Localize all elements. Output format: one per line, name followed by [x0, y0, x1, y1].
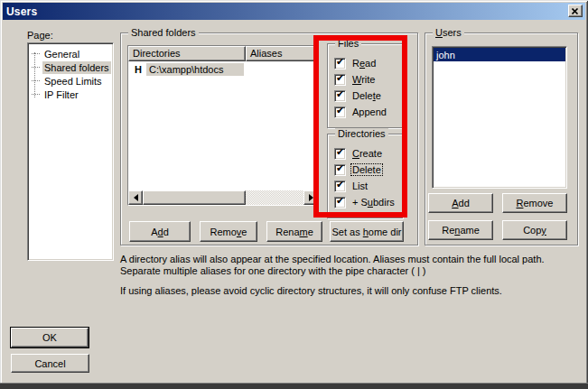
checkbox-label: Write — [351, 74, 376, 85]
window-title: Users — [3, 5, 37, 18]
button-label: Rename — [275, 227, 313, 237]
close-icon — [572, 8, 579, 14]
scrollbar-thumb[interactable] — [143, 190, 246, 205]
user-rename-button[interactable]: Rename — [428, 220, 493, 240]
user-copy-button[interactable]: Copy — [502, 220, 567, 240]
list-body[interactable]: H C:\xampp\htdocs — [128, 61, 318, 190]
cancel-button[interactable]: Cancel — [11, 354, 89, 373]
button-label: Set as home dir — [331, 227, 401, 237]
checkbox-label: Append — [351, 107, 387, 117]
users-list[interactable]: john — [432, 46, 567, 189]
set-as-home-dir-button[interactable]: Set as home dir — [330, 221, 404, 242]
users-dialog: Users Page: General Shared folders Speed… — [0, 0, 588, 389]
directories-list: Directories Aliases H C:\xampp\htdocs — [127, 45, 319, 206]
page-tree: General Shared folders Speed Limits IP F… — [27, 42, 114, 261]
check-icon: ✔ — [336, 88, 344, 100]
folder-rename-button[interactable]: Rename — [266, 221, 322, 242]
checkbox-checked-icon: ✔ — [334, 74, 346, 86]
directories-group: Directories ✔ Create ✔ Delete ✔ List ✔ +… — [327, 134, 403, 218]
home-marker: H — [135, 64, 142, 75]
close-button[interactable] — [568, 5, 583, 17]
folder-add-button[interactable]: Add — [129, 221, 191, 242]
directory-row[interactable]: H C:\xampp\htdocs — [128, 62, 318, 76]
check-icon: ✔ — [336, 146, 344, 158]
scroll-right-button[interactable] — [303, 190, 318, 205]
tree-item-speed-limits[interactable]: Speed Limits — [28, 74, 113, 88]
checkbox-dirs-list[interactable]: ✔ List — [328, 178, 402, 194]
checkbox-dirs-create[interactable]: ✔ Create — [328, 145, 402, 162]
tree-branch-line — [32, 67, 40, 68]
button-label: Remove — [517, 198, 554, 208]
tree-branch-line — [32, 80, 40, 81]
checkbox-label-focused: Delete — [351, 164, 382, 175]
shared-folders-group-label: Shared folders — [128, 27, 199, 39]
check-icon: ✔ — [336, 195, 344, 207]
window-titlebar[interactable]: Users — [3, 3, 585, 20]
alias-note: A directory alias will also appear at th… — [120, 254, 585, 277]
tree-item-label-selected: Shared folders — [42, 61, 111, 74]
button-label: Remove — [210, 227, 247, 237]
screen-edge-strip — [0, 383, 588, 389]
users-group-label: Users — [433, 27, 464, 39]
user-list-item[interactable]: john — [434, 48, 565, 61]
folder-remove-button[interactable]: Remove — [200, 221, 257, 242]
button-label: Cancel — [34, 358, 65, 369]
button-label: Add — [452, 198, 470, 208]
tree-item-label: Speed Limits — [42, 75, 104, 88]
user-name: john — [436, 50, 455, 60]
checkbox-dirs-subdirs[interactable]: ✔ + Subdirs — [328, 194, 402, 210]
checkbox-label: Delete — [351, 90, 382, 101]
button-label: Copy — [523, 225, 546, 236]
list-header: Directories Aliases — [128, 46, 318, 61]
checkbox-checked-icon: ✔ — [334, 181, 346, 192]
checkbox-checked-icon: ✔ — [334, 107, 346, 118]
checkbox-files-write[interactable]: ✔ Write — [328, 71, 402, 88]
checkbox-files-append[interactable]: ✔ Append — [328, 104, 402, 120]
list-horizontal-scrollbar[interactable] — [128, 190, 318, 205]
checkbox-checked-icon: ✔ — [334, 164, 346, 176]
files-group: Files ✔ Read ✔ Write ✔ Delete ✔ Append — [327, 43, 403, 128]
checkbox-checked-icon: ✔ — [334, 148, 346, 160]
check-icon: ✔ — [336, 56, 344, 68]
column-header-directories[interactable]: Directories — [128, 46, 246, 61]
ok-button[interactable]: OK — [11, 328, 89, 347]
tree-item-general[interactable]: General — [28, 47, 113, 60]
users-group: Users john Add Remove Rename Copy — [425, 32, 578, 245]
checkbox-label: Read — [351, 58, 377, 69]
checkbox-checked-icon: ✔ — [334, 58, 346, 69]
user-add-button[interactable]: Add — [428, 193, 493, 213]
directories-group-label: Directories — [335, 128, 388, 140]
button-label: Add — [151, 227, 169, 237]
user-remove-button[interactable]: Remove — [502, 193, 567, 213]
checkbox-checked-icon: ✔ — [334, 197, 346, 208]
check-icon: ✔ — [336, 72, 344, 84]
tree-item-ip-filter[interactable]: IP Filter — [28, 88, 113, 101]
checkbox-checked-icon: ✔ — [334, 90, 346, 102]
directory-path: C:\xampp\htdocs — [146, 63, 244, 76]
checkbox-dirs-delete[interactable]: ✔ Delete — [328, 162, 402, 178]
checkbox-label: Create — [351, 148, 383, 159]
checkbox-files-delete[interactable]: ✔ Delete — [328, 88, 402, 104]
right-arrow-icon — [309, 194, 313, 201]
scroll-left-button[interactable] — [128, 190, 143, 205]
checkbox-label: + Subdirs — [351, 197, 396, 208]
tree-branch-line — [32, 53, 40, 54]
check-icon: ✔ — [336, 105, 344, 116]
page-label: Page: — [27, 30, 53, 41]
button-label: Rename — [442, 225, 480, 236]
left-arrow-icon — [134, 194, 138, 201]
tree-item-shared-folders[interactable]: Shared folders — [28, 60, 113, 74]
files-group-label: Files — [335, 38, 361, 50]
tree-item-label: IP Filter — [42, 88, 80, 101]
check-icon: ✔ — [336, 162, 344, 174]
tree-branch-line — [32, 94, 40, 95]
cyclic-note: If using aliases, please avoid cyclic di… — [120, 285, 585, 297]
button-label: OK — [42, 332, 57, 343]
scrollbar-track[interactable] — [143, 190, 303, 205]
checkbox-files-read[interactable]: ✔ Read — [328, 55, 402, 71]
tree-item-label: General — [42, 48, 81, 60]
checkbox-label: List — [351, 181, 369, 191]
column-header-aliases[interactable]: Aliases — [246, 46, 318, 61]
check-icon: ✔ — [336, 179, 344, 190]
